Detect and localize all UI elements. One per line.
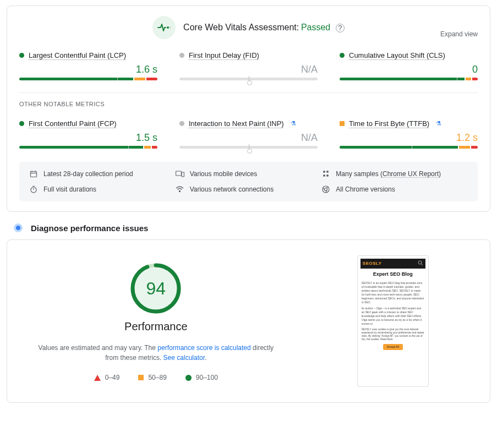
preview-accept-button: Accept All: [383, 344, 403, 350]
status-dot: [19, 121, 24, 126]
performance-description: Values are estimated and may vary. The p…: [34, 343, 278, 363]
metric-name[interactable]: First Contentful Paint (FCP): [29, 119, 117, 128]
metric-name[interactable]: First Input Delay (FID): [189, 51, 259, 59]
metric-bar: [19, 146, 157, 149]
preview-text-2: Its author – Olga – is a technical SEO e…: [362, 307, 424, 326]
target-icon: [13, 223, 23, 233]
metric-value: 0: [340, 64, 478, 75]
metric-value: N/A: [179, 132, 318, 144]
svg-point-1: [170, 27, 171, 28]
info-item: All Chrome versions: [321, 185, 468, 194]
info-text: Various network connections: [190, 185, 274, 193]
svg-point-0: [167, 26, 169, 29]
other-metrics-label: OTHER NOTABLE METRICS: [19, 101, 478, 107]
info-item: Latest 28-day collection period: [29, 170, 176, 178]
metric-name[interactable]: Largest Contentful Paint (LCP): [29, 51, 126, 59]
info-text: All Chrome versions: [336, 185, 395, 193]
metric-bar: [19, 78, 157, 80]
info-item: Various network connections: [176, 185, 322, 194]
legend-label: 50–89: [148, 374, 166, 381]
calc-link-1[interactable]: performance score is calculated: [157, 344, 250, 352]
samples-icon: [321, 170, 330, 178]
expand-view-link[interactable]: Expand view: [440, 30, 478, 38]
svg-point-9: [326, 171, 329, 173]
metric: Time to First Byte (TTFB)⚗1.2 s: [340, 119, 478, 149]
status-dot: [340, 121, 345, 126]
info-box: Latest 28-day collection periodVarious m…: [19, 162, 478, 201]
info-text: Various mobile devices: [190, 170, 258, 178]
legend-shape: [138, 375, 144, 380]
performance-score: 94: [128, 261, 183, 316]
metric-header: Largest Contentful Paint (LCP): [19, 51, 157, 59]
metric-bar: [340, 78, 478, 80]
diagnose-title: Diagnose performance issues: [31, 223, 148, 233]
core-metrics-row: Largest Contentful Paint (LCP)1.6 sFirst…: [19, 51, 478, 80]
svg-rect-6: [176, 171, 181, 176]
legend-item: 90–100: [185, 374, 218, 381]
info-item: Various mobile devices: [176, 170, 322, 178]
divider: [19, 92, 478, 93]
metric-name[interactable]: Interaction to Next Paint (INP): [189, 119, 284, 128]
performance-card: 94 Performance Values are estimated and …: [7, 239, 490, 403]
svg-line-18: [326, 187, 329, 188]
legend-shape: [94, 375, 101, 381]
metric: Cumulative Layout Shift (CLS)0: [340, 51, 478, 80]
preview-header: SEOSLY: [361, 259, 425, 269]
status-dot: [179, 121, 184, 126]
status-dot: [179, 53, 184, 58]
svg-rect-2: [31, 172, 37, 177]
performance-gauge: 94: [128, 261, 183, 316]
metric-name[interactable]: Cumulative Layout Shift (CLS): [349, 51, 445, 59]
diagnose-header: Diagnose performance issues: [13, 223, 484, 233]
legend-item: 50–89: [138, 374, 166, 381]
svg-point-11: [326, 174, 329, 177]
preview-column: SEOSLY Expert SEO Blog SEOSLY is an expe…: [312, 255, 474, 387]
calc-link-2[interactable]: See calculator: [163, 354, 205, 362]
timer-icon: [29, 185, 38, 194]
page-preview: SEOSLY Expert SEO Blog SEOSLY is an expe…: [357, 255, 429, 387]
cwv-status: Passed: [301, 23, 330, 32]
metric-name[interactable]: Time to First Byte (TTFB): [349, 119, 429, 128]
metric: First Input Delay (FID)N/A: [179, 51, 318, 80]
metric-header: Cumulative Layout Shift (CLS): [340, 51, 478, 59]
preview-text-1: SEOSLY is an expert SEO blog that provid…: [362, 281, 424, 304]
devices-icon: [176, 170, 184, 178]
metric-value: 1.2 s: [340, 132, 478, 144]
info-text: Full visit durations: [43, 185, 96, 193]
info-item: Many samples (Chrome UX Report): [321, 170, 468, 178]
flask-icon: ⚗: [291, 120, 296, 127]
cwv-title: Core Web Vitals Assessment:: [183, 23, 299, 32]
vitals-icon: [152, 16, 176, 39]
performance-column: 94 Performance Values are estimated and …: [23, 255, 290, 387]
metric: First Contentful Paint (FCP)1.5 s: [19, 119, 157, 149]
preview-title: Expert SEO Blog: [361, 271, 425, 278]
metric-value: N/A: [179, 64, 318, 75]
legend-shape: [185, 375, 192, 381]
svg-rect-7: [182, 172, 184, 177]
metric-header: First Contentful Paint (FCP): [19, 119, 157, 128]
metric-value: 1.5 s: [19, 132, 157, 144]
svg-point-10: [323, 174, 325, 177]
status-dot: [340, 53, 345, 58]
metric-bar: [179, 146, 318, 149]
performance-label: Performance: [34, 320, 278, 333]
legend-label: 0–49: [105, 374, 120, 381]
cwv-card: Core Web Vitals Assessment: Passed ? Exp…: [7, 6, 490, 212]
svg-point-8: [323, 171, 325, 173]
metric-header: Interaction to Next Paint (INP)⚗: [179, 119, 318, 128]
preview-text-3: SEOSLY uses cookies to give you the most…: [362, 328, 424, 342]
help-icon[interactable]: ?: [336, 24, 345, 32]
svg-line-25: [421, 264, 423, 265]
info-item: Full visit durations: [29, 185, 176, 194]
legend-item: 0–49: [94, 374, 120, 381]
search-icon: [418, 260, 423, 267]
metric-value: 1.6 s: [19, 64, 157, 75]
cwv-header: Core Web Vitals Assessment: Passed ? Exp…: [19, 16, 478, 39]
wifi-icon: [176, 185, 184, 194]
metric-header: Time to First Byte (TTFB)⚗: [340, 119, 478, 128]
chrome-icon: [321, 185, 330, 194]
info-text: Latest 28-day collection period: [43, 170, 133, 178]
info-text: Many samples (Chrome UX Report): [336, 170, 441, 178]
preview-logo: SEOSLY: [363, 260, 382, 266]
info-link[interactable]: Chrome UX Report: [383, 170, 439, 178]
